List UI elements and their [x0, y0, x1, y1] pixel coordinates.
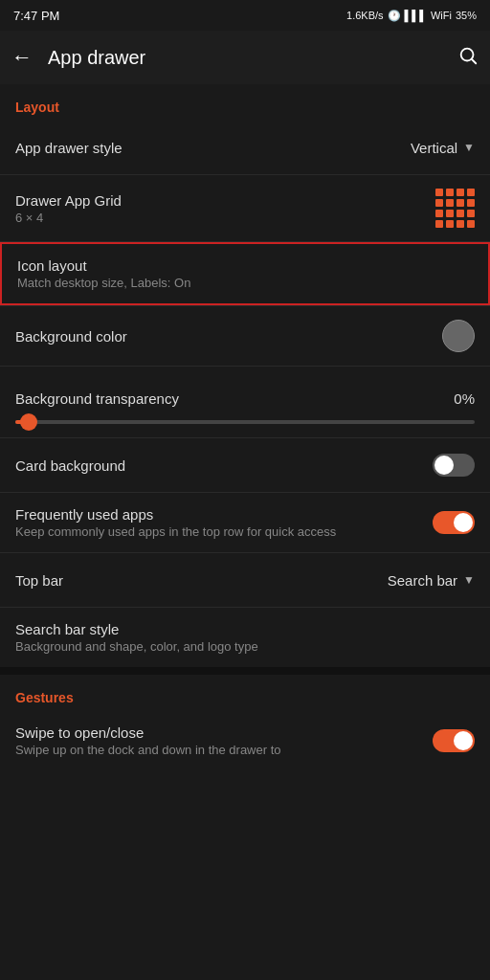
transparency-slider-track[interactable]: [15, 420, 475, 424]
top-bar-value: Search bar: [388, 572, 457, 589]
frequently-used-apps-item[interactable]: Frequently used apps Keep commonly used …: [0, 493, 490, 552]
swipe-to-open-close-item[interactable]: Swipe to open/close Swipe up on the dock…: [0, 711, 490, 770]
frequently-used-apps-subtitle: Keep commonly used apps in the top row f…: [15, 524, 433, 539]
search-bar-style-item[interactable]: Search bar style Background and shape, c…: [0, 608, 490, 667]
drawer-app-grid-item[interactable]: Drawer App Grid 6 × 4: [0, 175, 490, 241]
background-transparency-item[interactable]: Background transparency 0%: [0, 367, 490, 420]
settings-content: Layout App drawer style Vertical ▼ Drawe…: [0, 84, 490, 770]
transparency-slider-thumb[interactable]: [20, 413, 37, 431]
card-background-title: Card background: [15, 457, 433, 474]
icon-layout-subtitle: Match desktop size, Labels: On: [17, 276, 473, 290]
card-background-toggle[interactable]: [433, 454, 475, 477]
top-bar: ← App drawer: [0, 31, 490, 84]
icon-layout-item[interactable]: Icon layout Match desktop size, Labels: …: [0, 242, 490, 305]
top-bar-title: Top bar: [15, 572, 388, 589]
color-swatch: [442, 320, 475, 352]
frequently-used-apps-title: Frequently used apps: [15, 506, 433, 523]
swipe-to-open-close-toggle[interactable]: [433, 729, 475, 752]
back-button[interactable]: ←: [11, 45, 33, 70]
search-bar-style-title: Search bar style: [15, 621, 475, 637]
background-transparency-title: Background transparency: [15, 390, 454, 407]
swipe-to-open-close-subtitle: Swipe up on the dock and down in the dra…: [15, 743, 433, 757]
drawer-app-grid-subtitle: 6 × 4: [15, 211, 435, 225]
swipe-to-open-close-title: Swipe to open/close: [15, 724, 433, 741]
search-button[interactable]: [457, 45, 479, 71]
frequently-used-apps-toggle[interactable]: [433, 511, 475, 534]
status-right: 1.6KB/s 🕐 ▌▌▌ WiFi 35%: [346, 10, 477, 22]
page-title: App drawer: [48, 47, 442, 69]
grid-icon: [435, 189, 475, 228]
signal-icon: ▌▌▌: [405, 10, 427, 21]
dropdown-arrow-icon: ▼: [463, 141, 475, 154]
transparency-value: 0%: [454, 390, 475, 407]
top-bar-item[interactable]: Top bar Search bar ▼: [0, 553, 490, 607]
battery-icon: 35%: [456, 10, 477, 21]
drawer-app-grid-title: Drawer App Grid: [15, 192, 435, 209]
card-background-item[interactable]: Card background: [0, 438, 490, 492]
toggle-knob: [454, 731, 473, 750]
top-bar-dropdown-arrow-icon: ▼: [463, 573, 475, 587]
app-drawer-style-title: App drawer style: [15, 140, 411, 156]
wifi-icon: WiFi: [431, 10, 452, 21]
toggle-knob: [454, 513, 473, 532]
toggle-knob: [434, 456, 454, 475]
background-color-item[interactable]: Background color: [0, 306, 490, 366]
transparency-slider-container[interactable]: [0, 420, 490, 437]
svg-point-0: [461, 48, 474, 60]
app-drawer-style-value: Vertical: [411, 140, 457, 156]
background-color-title: Background color: [15, 328, 442, 345]
svg-line-1: [472, 59, 476, 63]
app-drawer-style-item[interactable]: App drawer style Vertical ▼: [0, 121, 490, 174]
layout-section-header: Layout: [0, 84, 490, 121]
clock-icon: 🕐: [388, 10, 401, 22]
status-bar: 7:47 PM 1.6KB/s 🕐 ▌▌▌ WiFi 35%: [0, 0, 490, 31]
network-speed: 1.6KB/s: [346, 10, 384, 21]
status-time: 7:47 PM: [13, 9, 59, 23]
search-bar-style-subtitle: Background and shape, color, and logo ty…: [15, 639, 475, 654]
icon-layout-title: Icon layout: [17, 257, 473, 274]
section-divider: [0, 667, 490, 675]
gestures-section-header: Gestures: [0, 675, 490, 711]
